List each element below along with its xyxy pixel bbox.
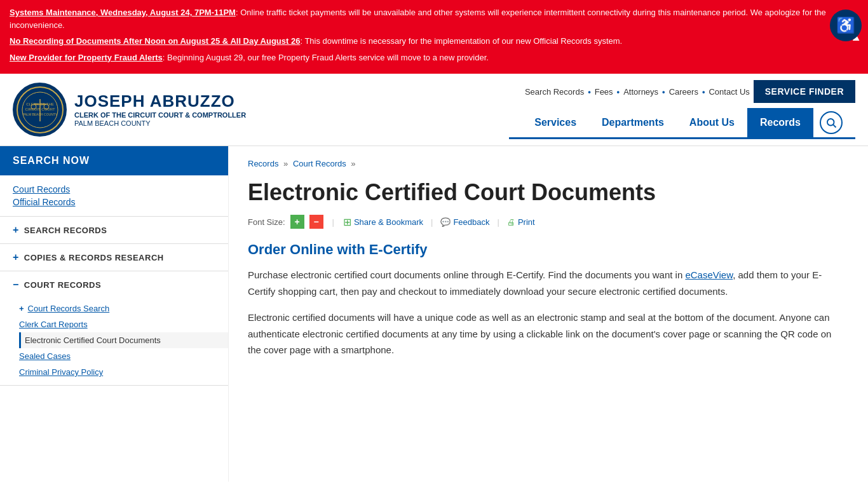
controls-divider-3: | <box>498 217 499 227</box>
top-nav-attorneys[interactable]: Attorneys <box>623 87 658 97</box>
alert-banner: Systems Maintenance, Wednesday, August 2… <box>0 0 868 74</box>
alert-link-2[interactable]: No Recording of Documents After Noon on … <box>10 36 300 46</box>
feedback-label: Feedback <box>453 217 489 227</box>
sidebar: SEARCH NOW Court Records Official Record… <box>0 146 229 482</box>
main-nav: Services Departments About Us Records <box>509 108 855 139</box>
print-icon: 🖨 <box>507 217 515 227</box>
sidebar-section-copies: + COPIES & RECORDS RESEARCH <box>0 244 228 271</box>
ecaseview-link[interactable]: eCaseView <box>685 269 733 280</box>
logo-text: JOSEPH ABRUZZO CLERK OF THE CIRCUIT COUR… <box>74 92 246 128</box>
print-link[interactable]: 🖨 Print <box>507 217 535 227</box>
sidebar-item-clerk-cart[interactable]: Clerk Cart Reports <box>19 316 228 332</box>
font-controls: Font Size: + − | ⊞ Share & Bookmark | 💬 … <box>248 215 832 229</box>
sidebar-section-copies-header[interactable]: + COPIES & RECORDS RESEARCH <box>0 244 228 271</box>
site-header: CLERK OF THE CIRCUIT COURT PALM BEACH CO… <box>0 74 868 146</box>
expand-icon-sub-court-records-search: + <box>19 304 24 313</box>
sidebar-quick-links: Court Records Official Records <box>0 175 228 217</box>
header-logo-area: CLERK OF THE CIRCUIT COURT PALM BEACH CO… <box>13 83 246 137</box>
sidebar-link-clerk-cart[interactable]: Clerk Cart Reports <box>19 320 88 329</box>
feedback-link[interactable]: 💬 Feedback <box>440 217 489 227</box>
body-paragraph-1: Purchase electronic certified court docu… <box>248 267 832 299</box>
nav-dot-3: • <box>662 87 665 97</box>
breadcrumb: Records » Court Records » <box>248 159 832 168</box>
alert-link-3[interactable]: New Provider for Property Fraud Alerts <box>10 53 163 62</box>
sidebar-section-search-records-header[interactable]: + SEARCH RECORDS <box>0 217 228 243</box>
nav-services[interactable]: Services <box>522 108 589 137</box>
breadcrumb-court-records[interactable]: Court Records <box>293 159 346 168</box>
page-body: SEARCH NOW Court Records Official Record… <box>0 146 868 482</box>
sidebar-section-court-records-header[interactable]: − COURT RECORDS <box>0 271 228 298</box>
page-title: Electronic Certified Court Documents <box>248 179 832 206</box>
accessibility-button[interactable]: ♿ <box>830 10 862 41</box>
font-increase-button[interactable]: + <box>290 215 304 229</box>
top-nav: Search Records • Fees • Attorneys • Care… <box>525 87 750 97</box>
print-label: Print <box>518 217 535 227</box>
share-label: Share & Bookmark <box>354 217 423 227</box>
sidebar-link-criminal-privacy[interactable]: Criminal Privacy Policy <box>19 367 103 377</box>
top-nav-fees[interactable]: Fees <box>595 87 613 97</box>
nav-search-icon[interactable] <box>820 111 843 134</box>
share-icon: ⊞ <box>343 216 351 228</box>
top-nav-contact[interactable]: Contact Us <box>709 87 749 97</box>
nav-dot-2: • <box>617 87 620 97</box>
org-title: CLERK OF THE CIRCUIT COURT & COMPTROLLER <box>74 111 246 119</box>
share-bookmark-link[interactable]: ⊞ Share & Bookmark <box>343 216 423 228</box>
service-finder-button[interactable]: SERVICE FINDER <box>754 80 855 103</box>
expand-icon-court-records: − <box>13 279 19 290</box>
breadcrumb-sep-2: » <box>351 159 355 168</box>
sidebar-item-court-records-search[interactable]: + Court Records Search <box>19 301 228 316</box>
sidebar-search-now-header: SEARCH NOW <box>0 146 228 175</box>
main-content: Records » Court Records » Electronic Cer… <box>229 146 851 482</box>
top-nav-search-records[interactable]: Search Records <box>525 87 584 97</box>
alert-item-1: Systems Maintenance, Wednesday, August 2… <box>10 6 836 31</box>
font-decrease-button[interactable]: − <box>309 215 323 229</box>
sidebar-section-court-records: − COURT RECORDS + Court Records Search C… <box>0 271 228 386</box>
controls-divider: | <box>332 217 334 227</box>
nav-dot-4: • <box>702 87 705 97</box>
logo-emblem: CLERK OF THE CIRCUIT COURT PALM BEACH CO… <box>15 85 65 135</box>
font-size-label: Font Size: <box>248 217 285 227</box>
nav-dot-1: • <box>588 87 591 97</box>
sidebar-link-sealed-cases[interactable]: Sealed Cases <box>19 351 71 361</box>
section-title: Order Online with E-Certify <box>248 241 832 258</box>
sidebar-link-court-records-search[interactable]: Court Records Search <box>28 304 110 313</box>
nav-about[interactable]: About Us <box>677 108 747 137</box>
sidebar-label-electronic-certified: Electronic Certified Court Documents <box>25 336 161 345</box>
expand-icon-search-records: + <box>13 224 19 236</box>
feedback-icon: 💬 <box>440 217 451 227</box>
sidebar-section-copies-label: COPIES & RECORDS RESEARCH <box>24 253 164 262</box>
alert-item-2: No Recording of Documents After Noon on … <box>10 35 836 48</box>
site-logo: CLERK OF THE CIRCUIT COURT PALM BEACH CO… <box>13 83 67 137</box>
sidebar-link-official-records[interactable]: Official Records <box>13 197 215 207</box>
alert-item-3: New Provider for Property Fraud Alerts: … <box>10 51 836 64</box>
top-nav-careers[interactable]: Careers <box>669 87 698 97</box>
sidebar-item-sealed-cases[interactable]: Sealed Cases <box>19 348 228 364</box>
svg-line-10 <box>833 125 836 127</box>
sidebar-item-criminal-privacy[interactable]: Criminal Privacy Policy <box>19 364 228 380</box>
nav-records[interactable]: Records <box>747 108 813 137</box>
body-paragraph-2: Electronic certified documents will have… <box>248 309 832 358</box>
org-subtitle: PALM BEACH COUNTY <box>74 119 246 128</box>
svg-point-9 <box>827 119 834 126</box>
sidebar-section-court-records-label: COURT RECORDS <box>24 280 101 290</box>
header-right: Search Records • Fees • Attorneys • Care… <box>509 80 855 139</box>
expand-icon-copies: + <box>13 252 19 263</box>
controls-divider-2: | <box>431 217 433 227</box>
breadcrumb-records[interactable]: Records <box>248 159 278 168</box>
nav-departments[interactable]: Departments <box>589 108 677 137</box>
sidebar-item-electronic-certified: Electronic Certified Court Documents <box>19 332 228 348</box>
org-name: JOSEPH ABRUZZO <box>74 92 246 111</box>
sidebar-sub-court-records: + Court Records Search Clerk Cart Report… <box>0 298 228 385</box>
sidebar-link-court-records[interactable]: Court Records <box>13 184 215 194</box>
breadcrumb-sep-1: » <box>283 159 290 168</box>
sidebar-section-search-records-label: SEARCH RECORDS <box>24 226 107 235</box>
alert-link-1[interactable]: Systems Maintenance, Wednesday, August 2… <box>10 8 236 17</box>
sidebar-section-search-records: + SEARCH RECORDS <box>0 217 228 244</box>
